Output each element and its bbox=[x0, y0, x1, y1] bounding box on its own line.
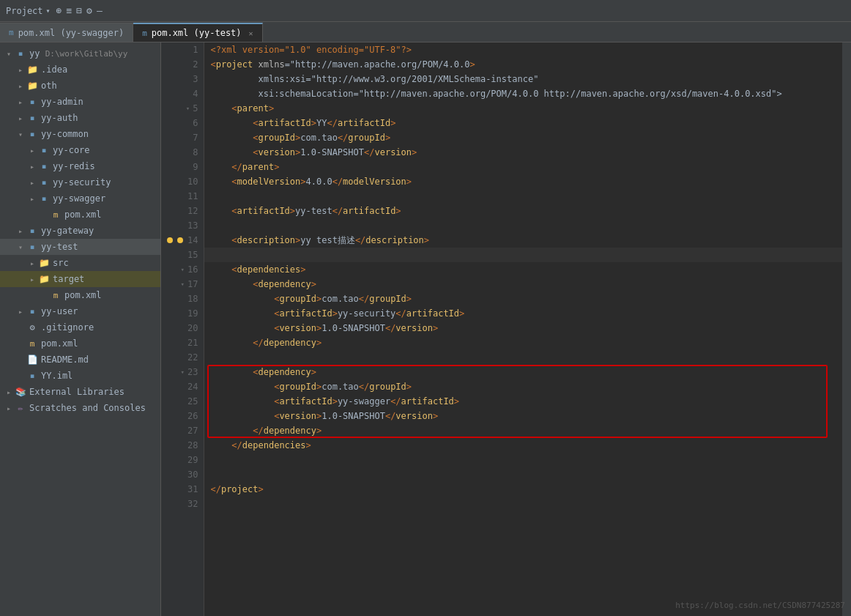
sidebar-item-yy-test[interactable]: ▾▪yy-test bbox=[0, 239, 160, 255]
label-scratches: Scratches and Consoles bbox=[29, 403, 146, 413]
tab-swagger[interactable]: m pom.xml (yy-swagger) bbox=[0, 23, 133, 42]
code-line-28: </dependencies> bbox=[204, 438, 842, 453]
module-icon-yy-test: ▪ bbox=[26, 242, 38, 252]
code-line-11 bbox=[204, 189, 842, 204]
sidebar-item-yy-redis[interactable]: ▸▪yy-redis bbox=[0, 158, 160, 174]
line-number-25: 25 bbox=[161, 394, 204, 409]
folder-icon-idea: 📁 bbox=[26, 64, 38, 75]
line-number-13: 13 bbox=[161, 218, 204, 233]
label-yy-root: yy D:\work\Gitlab\yy bbox=[29, 48, 127, 59]
arrow-yy-swagger: ▸ bbox=[26, 195, 38, 203]
sidebar-item-src[interactable]: ▸📁src bbox=[0, 255, 160, 271]
breakpoint-marker-14 bbox=[177, 237, 183, 243]
arrow-yy-user: ▸ bbox=[15, 308, 26, 316]
fold-icon-23[interactable]: ▾ bbox=[181, 365, 185, 379]
sidebar-item-yy-root[interactable]: ▾▪yy D:\work\Gitlab\yy bbox=[0, 45, 160, 62]
fold-icon-16[interactable]: ▾ bbox=[181, 262, 185, 277]
tab-bar: m pom.xml (yy-swagger) m pom.xml (yy-tes… bbox=[0, 22, 851, 42]
label-pom-test: pom.xml bbox=[64, 290, 102, 300]
tab-test[interactable]: m pom.xml (yy-test) ✕ bbox=[133, 23, 262, 42]
line-number-14: 14 bbox=[161, 233, 204, 248]
code-line-4: xsi:schemaLocation="http://maven.apache.… bbox=[204, 86, 842, 101]
project-label[interactable]: Project ▾ bbox=[6, 6, 51, 16]
sidebar-item-yy-swagger[interactable]: ▸▪yy-swagger bbox=[0, 190, 160, 207]
label-readme: README.md bbox=[41, 355, 89, 365]
line-number-29: 29 bbox=[161, 453, 204, 467]
line-number-19: 19 bbox=[161, 306, 204, 321]
extlib-icon-external-libs: 📚 bbox=[15, 387, 26, 397]
label-yy-swagger: yy-swagger bbox=[53, 193, 105, 204]
module-icon-yy-core: ▪ bbox=[38, 145, 50, 155]
module-icon-yy-common: ▪ bbox=[26, 129, 38, 139]
code-line-9: </parent> bbox=[204, 160, 842, 174]
arrow-idea: ▸ bbox=[15, 66, 26, 74]
sidebar-item-gitignore[interactable]: ⚙.gitignore bbox=[0, 319, 160, 335]
sidebar-item-yy-core[interactable]: ▸▪yy-core bbox=[0, 142, 160, 158]
sidebar-item-yy-admin[interactable]: ▸▪yy-admin bbox=[0, 94, 160, 110]
label-target: target bbox=[53, 274, 84, 284]
add-icon[interactable]: ⊕ bbox=[56, 5, 62, 16]
sidebar-item-external-libs[interactable]: ▸📚External Libraries bbox=[0, 384, 160, 400]
sidebar-item-pom-root[interactable]: mpom.xml bbox=[0, 335, 160, 352]
line-number-4: 4 bbox=[161, 86, 204, 101]
sidebar-item-yy-iml[interactable]: ▪YY.iml bbox=[0, 368, 160, 384]
line-number-12: 12 bbox=[161, 204, 204, 218]
editor-area: 1234▾56789101112131415▾16▾171819202122▾2… bbox=[161, 42, 851, 616]
arrow-yy-root: ▾ bbox=[3, 50, 15, 58]
sidebar-item-yy-security[interactable]: ▸▪yy-security bbox=[0, 174, 160, 190]
arrow-oth: ▸ bbox=[15, 82, 26, 90]
sidebar-item-yy-user[interactable]: ▸▪yy-user bbox=[0, 303, 160, 319]
watermark: https://blog.csdn.net/CSDN877425287 bbox=[675, 601, 845, 610]
label-yy-security: yy-security bbox=[53, 177, 111, 188]
sidebar-item-target[interactable]: ▸📁target bbox=[0, 271, 160, 287]
line-number-30: 30 bbox=[161, 467, 204, 482]
project-dropdown-icon[interactable]: ▾ bbox=[46, 7, 51, 15]
sidebar-item-oth[interactable]: ▸📁oth bbox=[0, 78, 160, 94]
line-number-16: ▾16 bbox=[161, 262, 204, 277]
line-number-24: 24 bbox=[161, 379, 204, 394]
fold-icon-17[interactable]: ▾ bbox=[181, 277, 185, 292]
sidebar-item-pom-swagger[interactable]: mpom.xml bbox=[0, 207, 160, 223]
code-line-3: xmlns:xsi="http://www.w3.org/2001/XMLSch… bbox=[204, 72, 842, 86]
sidebar-item-pom-test[interactable]: mpom.xml bbox=[0, 287, 160, 303]
line-number-11: 11 bbox=[161, 189, 204, 204]
tab-test-icon: m bbox=[142, 29, 147, 38]
sidebar-item-scratches[interactable]: ▸✏Scratches and Consoles bbox=[0, 400, 160, 416]
line-number-20: 20 bbox=[161, 321, 204, 335]
sidebar: ▾▪yy D:\work\Gitlab\yy▸📁.idea▸📁oth▸▪yy-a… bbox=[0, 42, 161, 616]
sidebar-item-readme[interactable]: 📄README.md bbox=[0, 352, 160, 368]
iml-icon-yy-iml: ▪ bbox=[26, 371, 38, 381]
tab-close-icon[interactable]: ✕ bbox=[249, 29, 253, 37]
sidebar-item-idea[interactable]: ▸📁.idea bbox=[0, 62, 160, 78]
sidebar-item-yy-common[interactable]: ▾▪yy-common bbox=[0, 126, 160, 142]
line-number-17: ▾17 bbox=[161, 277, 204, 292]
label-yy-admin: yy-admin bbox=[41, 97, 83, 107]
scratch-icon-scratches: ✏ bbox=[15, 403, 26, 413]
line-number-31: 31 bbox=[161, 482, 204, 497]
line-number-3: 3 bbox=[161, 72, 204, 86]
label-yy-redis: yy-redis bbox=[53, 161, 95, 171]
code-line-22 bbox=[204, 350, 842, 365]
list-icon[interactable]: ≡ bbox=[66, 5, 72, 16]
arrow-yy-test: ▾ bbox=[15, 243, 26, 251]
arrow-target: ▸ bbox=[26, 275, 38, 283]
label-gitignore: .gitignore bbox=[41, 322, 94, 333]
arrow-yy-auth: ▸ bbox=[15, 114, 26, 122]
fold-icon-5[interactable]: ▾ bbox=[186, 101, 190, 116]
settings-icon[interactable]: ⚙ bbox=[86, 5, 92, 16]
arrow-yy-security: ▸ bbox=[26, 179, 38, 187]
minimize-icon[interactable]: — bbox=[97, 5, 103, 16]
sidebar-item-yy-gateway[interactable]: ▸▪yy-gateway bbox=[0, 223, 160, 239]
module-icon-yy-root: ▪ bbox=[15, 48, 26, 59]
arrow-yy-admin: ▸ bbox=[15, 98, 26, 106]
code-area[interactable]: <?xml version="1.0" encoding="UTF-8"?><p… bbox=[204, 42, 842, 616]
code-line-31: </project> bbox=[204, 482, 842, 497]
collapse-icon[interactable]: ⊟ bbox=[76, 5, 82, 16]
module-icon-yy-admin: ▪ bbox=[26, 97, 38, 107]
code-line-8: <version>1.0-SNAPSHOT</version> bbox=[204, 145, 842, 160]
module-icon-yy-gateway: ▪ bbox=[26, 226, 38, 236]
line-number-7: 7 bbox=[161, 130, 204, 145]
code-line-2: <project xmlns="http://maven.apache.org/… bbox=[204, 57, 842, 72]
arrow-scratches: ▸ bbox=[3, 404, 15, 412]
sidebar-item-yy-auth[interactable]: ▸▪yy-auth bbox=[0, 110, 160, 126]
